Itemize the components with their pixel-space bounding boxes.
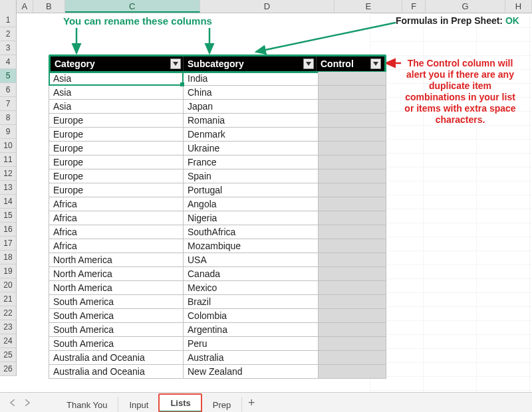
cell-control[interactable] bbox=[319, 309, 386, 323]
row-header-10[interactable]: 10 bbox=[0, 139, 16, 153]
row-header-6[interactable]: 6 bbox=[0, 83, 16, 97]
col-header-D[interactable]: D bbox=[200, 0, 335, 13]
col-header-A[interactable]: A bbox=[17, 0, 33, 13]
column-header-category[interactable]: Category bbox=[51, 56, 184, 71]
row-header-20[interactable]: 20 bbox=[0, 278, 16, 292]
cell-subcategory[interactable]: SouthAfrica bbox=[184, 225, 319, 239]
row-header-11[interactable]: 11 bbox=[0, 153, 16, 167]
cell-category[interactable]: Europe bbox=[49, 114, 184, 128]
row-header-2[interactable]: 2 bbox=[0, 27, 16, 41]
cell-control[interactable] bbox=[319, 197, 386, 211]
cell-subcategory[interactable]: France bbox=[184, 155, 319, 169]
row-header-15[interactable]: 15 bbox=[0, 209, 16, 223]
col-header-B[interactable]: B bbox=[33, 0, 65, 13]
row-header-26[interactable]: 26 bbox=[0, 362, 16, 376]
cell-category[interactable]: North America bbox=[49, 267, 184, 281]
table-row[interactable]: South AmericaColombia bbox=[49, 309, 386, 323]
cell-category[interactable]: Asia bbox=[49, 86, 184, 100]
cell-control[interactable] bbox=[319, 253, 386, 267]
cell-subcategory[interactable]: Mexico bbox=[184, 281, 319, 295]
cell-control[interactable] bbox=[319, 281, 386, 295]
cell-control[interactable] bbox=[319, 114, 386, 128]
cell-subcategory[interactable]: Angola bbox=[184, 197, 319, 211]
sheet-tab-lists[interactable]: Lists bbox=[160, 395, 201, 413]
cell-category[interactable]: South America bbox=[49, 309, 184, 323]
cell-category[interactable]: Europe bbox=[49, 142, 184, 155]
table-row[interactable]: Australia and OceaniaAustralia bbox=[49, 351, 386, 365]
cell-subcategory[interactable]: Argentina bbox=[184, 323, 319, 337]
table-body[interactable]: AsiaIndiaAsiaChinaAsiaJapanEuropeRomania… bbox=[49, 72, 386, 379]
cell-control[interactable] bbox=[319, 142, 386, 155]
row-header-9[interactable]: 9 bbox=[0, 125, 16, 139]
row-header-23[interactable]: 23 bbox=[0, 320, 16, 334]
table-row[interactable]: AfricaSouthAfrica bbox=[49, 225, 386, 239]
table-row[interactable]: EuropeFrance bbox=[49, 155, 386, 169]
cell-control[interactable] bbox=[319, 155, 386, 169]
col-header-G[interactable]: G bbox=[426, 0, 505, 13]
cell-control[interactable] bbox=[319, 100, 386, 114]
col-header-H[interactable]: H bbox=[505, 0, 532, 13]
cell-subcategory[interactable]: Peru bbox=[184, 337, 319, 351]
cell-control[interactable] bbox=[319, 225, 386, 239]
cell-subcategory[interactable]: New Zealand bbox=[184, 365, 319, 379]
cell-control[interactable] bbox=[319, 211, 386, 225]
table-row[interactable]: Australia and OceaniaNew Zealand bbox=[49, 365, 386, 379]
select-all-corner[interactable] bbox=[0, 0, 17, 13]
cell-control[interactable] bbox=[319, 239, 386, 253]
col-header-C[interactable]: C bbox=[65, 0, 200, 13]
row-header-5[interactable]: 5 bbox=[0, 69, 16, 83]
table-row[interactable]: South AmericaArgentina bbox=[49, 323, 386, 337]
cell-category[interactable]: Australia and Oceania bbox=[49, 351, 184, 365]
cell-category[interactable]: Asia bbox=[49, 72, 184, 86]
cell-subcategory[interactable]: Portugal bbox=[184, 183, 319, 197]
table-row[interactable]: South AmericaBrazil bbox=[49, 295, 386, 309]
sheet-tab-thank-you[interactable]: Thank You bbox=[56, 397, 118, 413]
row-header-21[interactable]: 21 bbox=[0, 292, 16, 306]
cell-control[interactable] bbox=[319, 323, 386, 337]
cell-control[interactable] bbox=[319, 295, 386, 309]
cell-subcategory[interactable]: Spain bbox=[184, 169, 319, 183]
cell-control[interactable] bbox=[319, 365, 386, 379]
cell-category[interactable]: North America bbox=[49, 253, 184, 267]
table-row[interactable]: South AmericaPeru bbox=[49, 337, 386, 351]
cell-subcategory[interactable]: China bbox=[184, 86, 319, 100]
table-row[interactable]: EuropeSpain bbox=[49, 169, 386, 183]
cell-subcategory[interactable]: Colombia bbox=[184, 309, 319, 323]
cell-category[interactable]: South America bbox=[49, 323, 184, 337]
table-row[interactable]: AsiaJapan bbox=[49, 100, 386, 114]
tab-nav-next[interactable] bbox=[21, 397, 33, 409]
cell-category[interactable]: Europe bbox=[49, 183, 184, 197]
sheet-tab-input[interactable]: Input bbox=[118, 397, 160, 413]
cell-category[interactable]: Africa bbox=[49, 239, 184, 253]
cell-category[interactable]: Europe bbox=[49, 128, 184, 142]
col-header-E[interactable]: E bbox=[334, 0, 402, 13]
table-row[interactable]: EuropeUkraine bbox=[49, 142, 386, 155]
table-row[interactable]: EuropeDenmark bbox=[49, 128, 386, 142]
add-sheet-button[interactable]: + bbox=[242, 395, 261, 410]
row-header-18[interactable]: 18 bbox=[0, 251, 16, 264]
cell-category[interactable]: North America bbox=[49, 281, 184, 295]
row-header-8[interactable]: 8 bbox=[0, 111, 16, 125]
cell-category[interactable]: Africa bbox=[49, 211, 184, 225]
table-row[interactable]: AfricaNigeria bbox=[49, 211, 386, 225]
row-header-12[interactable]: 12 bbox=[0, 167, 16, 181]
table-row[interactable]: North AmericaCanada bbox=[49, 267, 386, 281]
cell-subcategory[interactable]: Canada bbox=[184, 267, 319, 281]
cell-category[interactable]: Africa bbox=[49, 225, 184, 239]
cell-control[interactable] bbox=[319, 267, 386, 281]
cell-subcategory[interactable]: Denmark bbox=[184, 128, 319, 142]
cell-category[interactable]: Europe bbox=[49, 169, 184, 183]
worksheet-grid[interactable]: You can rename these columns Formulas in… bbox=[17, 13, 532, 392]
cell-subcategory[interactable]: Nigeria bbox=[184, 211, 319, 225]
cell-category[interactable]: South America bbox=[49, 337, 184, 351]
table-row[interactable]: AfricaAngola bbox=[49, 197, 386, 211]
cell-subcategory[interactable]: USA bbox=[184, 253, 319, 267]
cell-control[interactable] bbox=[319, 72, 386, 86]
filter-button-control[interactable] bbox=[370, 58, 381, 69]
row-header-22[interactable]: 22 bbox=[0, 306, 16, 320]
column-header-control[interactable]: Control bbox=[317, 56, 383, 71]
cell-category[interactable]: Africa bbox=[49, 197, 184, 211]
filter-button-subcategory[interactable] bbox=[303, 58, 314, 69]
cell-subcategory[interactable]: Mozambique bbox=[184, 239, 319, 253]
cell-control[interactable] bbox=[319, 86, 386, 100]
